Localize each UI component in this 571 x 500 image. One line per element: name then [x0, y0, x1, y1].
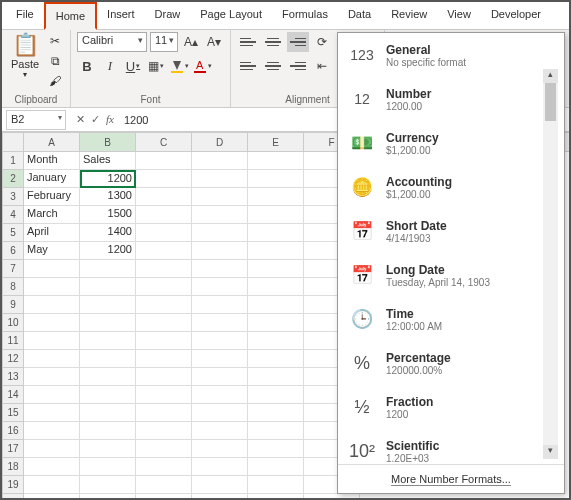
tab-data[interactable]: Data [338, 2, 381, 29]
row-header[interactable]: 15 [2, 404, 24, 422]
tab-draw[interactable]: Draw [145, 2, 191, 29]
tab-file[interactable]: File [6, 2, 44, 29]
cell[interactable] [248, 494, 304, 500]
cell[interactable] [136, 476, 192, 494]
cell[interactable] [192, 440, 248, 458]
tab-formulas[interactable]: Formulas [272, 2, 338, 29]
align-center-button[interactable] [262, 56, 284, 76]
number-format-option-time[interactable]: 🕒Time12:00:00 AM [338, 297, 544, 341]
border-button[interactable]: ▦ [146, 56, 166, 76]
cell[interactable] [136, 278, 192, 296]
number-format-option-general[interactable]: 123GeneralNo specific format [338, 33, 544, 77]
number-format-option-scientific[interactable]: 10²Scientific1.20E+03 [338, 429, 544, 464]
tab-home[interactable]: Home [44, 2, 97, 30]
cell[interactable] [80, 260, 136, 278]
row-header[interactable]: 7 [2, 260, 24, 278]
tab-developer[interactable]: Developer [481, 2, 551, 29]
cell[interactable] [24, 296, 80, 314]
cell[interactable]: Sales [80, 152, 136, 170]
cell[interactable] [192, 404, 248, 422]
cell[interactable] [192, 332, 248, 350]
cell[interactable] [24, 278, 80, 296]
select-all-button[interactable] [2, 132, 24, 152]
cell[interactable] [24, 332, 80, 350]
cell[interactable] [136, 350, 192, 368]
cell[interactable]: 1500 [80, 206, 136, 224]
cell[interactable] [248, 332, 304, 350]
column-header[interactable]: C [136, 132, 192, 152]
cell[interactable] [24, 476, 80, 494]
column-header[interactable]: D [192, 132, 248, 152]
cell[interactable] [248, 386, 304, 404]
cell[interactable]: 1300 [80, 188, 136, 206]
cell[interactable] [24, 422, 80, 440]
cell[interactable]: April [24, 224, 80, 242]
cell[interactable] [248, 296, 304, 314]
cell[interactable] [24, 494, 80, 500]
cell[interactable] [192, 422, 248, 440]
cell[interactable]: 1200 [80, 242, 136, 260]
cell[interactable]: Month [24, 152, 80, 170]
tab-view[interactable]: View [437, 2, 481, 29]
row-header[interactable]: 4 [2, 206, 24, 224]
cell[interactable] [24, 440, 80, 458]
increase-font-button[interactable]: A▴ [181, 32, 201, 52]
dropdown-scrollbar[interactable]: ▴▾ [543, 69, 558, 459]
fill-color-button[interactable] [169, 56, 189, 76]
row-header[interactable]: 3 [2, 188, 24, 206]
font-name-combo[interactable]: Calibri [77, 32, 147, 52]
cell[interactable] [136, 296, 192, 314]
cell[interactable] [248, 440, 304, 458]
row-header[interactable]: 11 [2, 332, 24, 350]
cell[interactable] [248, 224, 304, 242]
cell[interactable] [24, 314, 80, 332]
cell[interactable] [248, 206, 304, 224]
cell[interactable] [136, 260, 192, 278]
cell[interactable] [192, 260, 248, 278]
cell[interactable] [192, 350, 248, 368]
column-header[interactable]: A [24, 132, 80, 152]
align-left-button[interactable] [237, 56, 259, 76]
cell[interactable] [248, 278, 304, 296]
cell[interactable] [136, 422, 192, 440]
underline-button[interactable]: U [123, 56, 143, 76]
cell[interactable] [192, 206, 248, 224]
row-header[interactable]: 14 [2, 386, 24, 404]
cell[interactable] [136, 440, 192, 458]
italic-button[interactable]: I [100, 56, 120, 76]
cell[interactable]: January [24, 170, 80, 188]
cell[interactable] [192, 188, 248, 206]
cell[interactable] [24, 260, 80, 278]
cell[interactable] [136, 494, 192, 500]
cell[interactable] [192, 296, 248, 314]
cell[interactable] [192, 242, 248, 260]
tab-insert[interactable]: Insert [97, 2, 145, 29]
cell[interactable]: 1200 [80, 170, 136, 188]
tab-page-layout[interactable]: Page Layout [190, 2, 272, 29]
row-header[interactable]: 18 [2, 458, 24, 476]
cell[interactable] [136, 404, 192, 422]
cell[interactable] [80, 422, 136, 440]
format-painter-button[interactable]: 🖌 [46, 72, 64, 90]
decrease-indent-button[interactable]: ⇤ [312, 56, 332, 76]
row-header[interactable]: 2 [2, 170, 24, 188]
cell[interactable] [136, 458, 192, 476]
number-format-option-accounting[interactable]: 🪙Accounting$1,200.00 [338, 165, 544, 209]
number-format-option-number[interactable]: 12Number1200.00 [338, 77, 544, 121]
row-header[interactable]: 19 [2, 476, 24, 494]
cell[interactable] [136, 188, 192, 206]
row-header[interactable]: 13 [2, 368, 24, 386]
cell[interactable] [248, 404, 304, 422]
cell[interactable]: May [24, 242, 80, 260]
cell[interactable] [304, 494, 360, 500]
cell[interactable] [80, 494, 136, 500]
number-format-option-percentage[interactable]: %Percentage120000.00% [338, 341, 544, 385]
cell[interactable] [136, 206, 192, 224]
cell[interactable] [136, 224, 192, 242]
cell[interactable] [80, 332, 136, 350]
cell[interactable] [136, 332, 192, 350]
cell[interactable]: 1400 [80, 224, 136, 242]
cell[interactable] [248, 368, 304, 386]
cell[interactable] [80, 278, 136, 296]
cell[interactable] [136, 170, 192, 188]
